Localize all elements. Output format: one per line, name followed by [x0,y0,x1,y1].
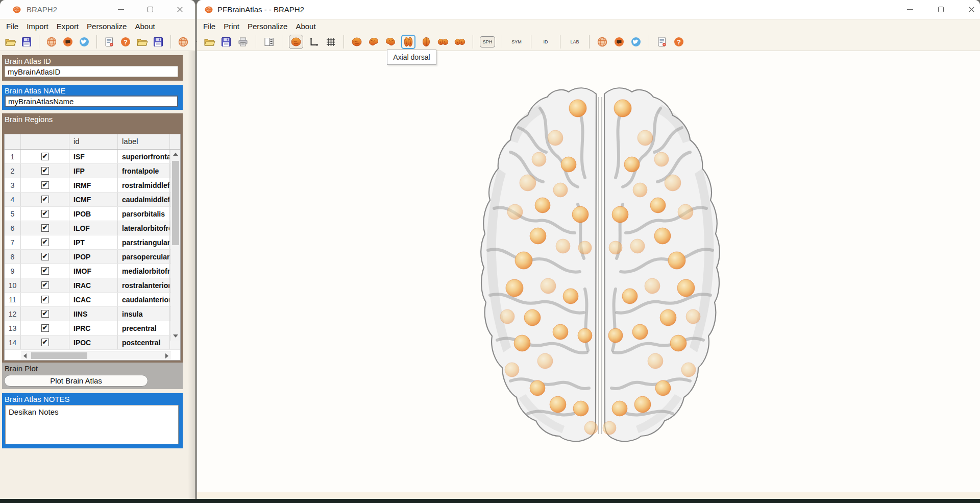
brain-region-node[interactable] [677,279,695,297]
brain-region-node[interactable] [654,152,669,166]
menu-about[interactable]: About [291,22,320,31]
brain-atlas-name-input[interactable] [5,95,178,107]
region-id-cell[interactable]: IRMF [69,178,118,192]
brain-render[interactable] [462,77,738,449]
brain-region-node[interactable] [612,206,628,223]
table-row[interactable]: 13✔IPRCprecentral [5,321,180,336]
brain-region-node[interactable] [548,130,563,146]
brain-region-node[interactable] [668,252,685,269]
view-axial-dorsal-button[interactable] [401,35,415,49]
symbols-toggle-button[interactable]: SYM [509,36,524,47]
grid-toggle-icon[interactable] [325,36,337,48]
table-row[interactable]: 10✔IRACrostralanteriorcingulate [5,278,180,293]
forum-icon[interactable] [613,36,625,48]
region-id-cell[interactable]: IRAC [69,278,118,292]
brain-region-node[interactable] [624,157,640,172]
vertical-scroll-thumb[interactable] [172,161,179,245]
view-sagittal-left-icon[interactable] [368,36,380,48]
table-row[interactable]: 2✔IFPfrontalpole [5,164,180,178]
brain-region-node[interactable] [578,241,592,254]
row-checkbox-cell[interactable]: ✔ [21,207,69,221]
brain-atlas-id-input[interactable] [5,66,178,77]
brain-region-node[interactable] [650,198,666,213]
print-icon[interactable] [237,36,249,48]
help-icon[interactable] [673,36,685,48]
menu-import[interactable]: Import [22,22,53,31]
region-id-cell[interactable]: IPOP [69,250,118,264]
maximize-button[interactable] [929,0,952,19]
menu-personalize[interactable]: Personalize [243,22,291,31]
row-checkbox-cell[interactable]: ✔ [21,321,69,335]
table-row[interactable]: 3✔IRMFrostralmiddlefrontal [5,178,180,193]
row-checkbox-cell[interactable]: ✔ [21,293,69,306]
region-label-cell[interactable]: rostralanteriorcingulate [118,278,170,292]
menu-export[interactable]: Export [53,22,83,31]
brain-atlas-notes-input[interactable]: Desikan Notes [5,405,179,444]
brain-region-node[interactable] [541,278,556,294]
brain-3d-view[interactable] [197,51,980,492]
menu-personalize[interactable]: Personalize [83,22,131,31]
brain-region-node[interactable] [520,175,536,191]
brain-region-node[interactable] [648,353,663,369]
table-row[interactable]: 12✔IINSinsula [5,307,180,321]
brain-region-node[interactable] [681,363,696,377]
maximize-button[interactable] [139,0,161,19]
spheres-toggle-button[interactable]: SPH [480,36,495,47]
brain-region-node[interactable] [686,309,700,324]
brain-surface-toggle-button[interactable] [289,35,303,49]
open-file-icon[interactable] [203,36,215,48]
brain-region-node[interactable] [553,183,568,197]
save-file-icon[interactable] [220,36,232,48]
view-sagittal-right-icon[interactable] [384,36,397,48]
scroll-down-arrow[interactable] [173,334,178,338]
close-button[interactable] [168,0,191,19]
table-row[interactable]: 4✔ICMFcaudalmiddlefrontal [5,193,180,207]
row-checkbox-cell[interactable]: ✔ [21,164,69,178]
settings-panel-icon[interactable] [263,36,275,48]
region-id-cell[interactable]: ICMF [69,193,118,206]
open-workspace-icon[interactable] [136,36,148,48]
brain-region-node[interactable] [678,204,693,220]
row-checkbox-cell[interactable]: ✔ [21,250,69,264]
web-icon[interactable] [177,36,189,48]
brain-region-node[interactable] [550,396,566,413]
region-label-cell[interactable]: caudalanteriorcingulate [118,293,170,306]
brain-region-node[interactable] [670,335,687,351]
brain-region-node[interactable] [561,157,576,172]
region-label-cell[interactable]: lateralorbitofrontal [118,221,170,235]
table-row[interactable]: 11✔ICACcaudalanteriorcingulate [5,293,180,307]
row-checkbox-cell[interactable]: ✔ [21,150,69,163]
brain-region-node[interactable] [535,198,550,213]
region-label-cell[interactable]: postcentral [118,336,170,349]
license-icon[interactable] [656,36,668,48]
brain-region-node[interactable] [612,401,627,416]
brain-region-node[interactable] [507,204,523,220]
region-label-cell[interactable]: superiorfrontal [118,150,170,163]
brain-region-node[interactable] [532,152,546,166]
website-icon[interactable] [596,36,608,48]
close-button[interactable] [960,0,980,19]
view-coronal-anterior-icon[interactable] [420,36,432,48]
table-row[interactable]: 5✔IPOBparsorbitalis [5,207,180,221]
brain-region-node[interactable] [572,206,589,223]
minimize-button[interactable] [899,0,921,19]
row-checkbox-cell[interactable]: ✔ [21,221,69,235]
region-label-cell[interactable]: caudalmiddlefrontal [118,193,170,206]
brain-region-node[interactable] [645,278,660,294]
brain-region-node[interactable] [609,241,622,254]
brain-region-node[interactable] [608,328,623,343]
view-3d-icon[interactable] [351,36,363,48]
region-id-cell[interactable]: IPT [69,235,118,249]
region-label-cell[interactable]: medialorbitofrontal [118,264,170,278]
horizontal-scroll-thumb[interactable] [31,352,87,359]
brain-region-node[interactable] [614,100,631,117]
view-coronal-posterior-icon[interactable] [437,36,449,48]
brain-region-node[interactable] [505,363,519,377]
region-label-cell[interactable]: parsopercularis [118,250,170,264]
save-file-icon[interactable] [20,36,33,48]
brain-region-node[interactable] [515,252,532,269]
brain-region-node[interactable] [573,401,589,416]
region-id-cell[interactable]: IPOB [69,207,118,221]
brain-region-node[interactable] [500,309,514,324]
menu-about[interactable]: About [131,22,159,31]
